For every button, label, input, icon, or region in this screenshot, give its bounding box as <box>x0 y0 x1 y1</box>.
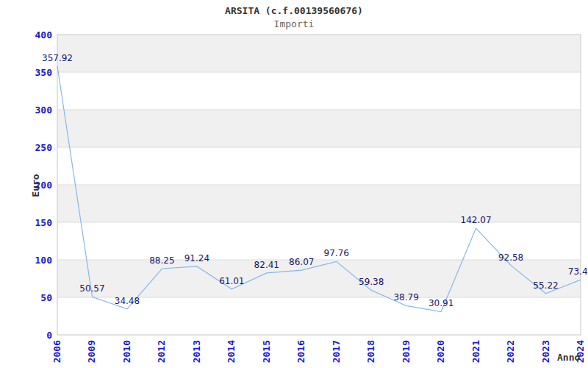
plot-band <box>57 185 581 222</box>
x-tick-label: 2014 <box>226 340 237 363</box>
x-axis-title: Anno <box>557 352 580 363</box>
data-label: 55.22 <box>533 280 558 291</box>
x-tick-label: 2009 <box>86 340 97 363</box>
data-label: 357.92 <box>42 53 73 63</box>
y-tick-label: 0 <box>46 330 52 341</box>
y-tick-label: 250 <box>35 142 53 153</box>
data-label: 59.38 <box>359 277 384 287</box>
data-label: 61.01 <box>219 276 244 286</box>
x-tick-label: 2010 <box>121 340 132 363</box>
data-label: 86.07 <box>289 257 314 267</box>
data-label: 82.41 <box>254 260 279 270</box>
x-tick-label: 2019 <box>401 340 412 363</box>
data-label: 142.07 <box>461 215 492 225</box>
x-tick-label: 2023 <box>540 340 551 363</box>
plot-band <box>57 35 581 72</box>
x-tick-label: 2006 <box>51 340 62 363</box>
plot-band <box>57 72 581 110</box>
plot-band <box>57 147 581 185</box>
data-label: 30.91 <box>429 298 453 308</box>
x-tick-label: 2016 <box>295 340 306 363</box>
data-label: 91.24 <box>184 253 209 263</box>
y-tick-label: 150 <box>35 217 53 228</box>
data-label: 88.25 <box>149 255 174 266</box>
y-tick-label: 300 <box>35 105 53 116</box>
x-tick-label: 2013 <box>191 340 202 363</box>
x-tick-label: 2012 <box>156 340 167 363</box>
x-tick-label: 2021 <box>470 340 481 363</box>
plot-band <box>57 110 581 147</box>
data-label: 38.79 <box>393 292 418 302</box>
x-tick-label: 2018 <box>365 340 376 363</box>
y-tick-label: 50 <box>40 292 52 303</box>
data-label: 73.47 <box>568 266 588 277</box>
data-label: 34.48 <box>115 296 140 306</box>
y-axis-title: Euro <box>30 174 41 197</box>
x-tick-label: 2022 <box>505 340 516 363</box>
x-tick-label: 2015 <box>261 340 272 363</box>
y-tick-label: 400 <box>35 29 53 40</box>
y-tick-label: 100 <box>35 255 53 266</box>
x-tick-label: 2020 <box>435 340 446 363</box>
line-chart: ARSITA (c.f.00139560676) Importi 0501001… <box>0 0 588 368</box>
x-tick-label: 2017 <box>331 340 342 363</box>
y-tick-label: 350 <box>35 67 53 78</box>
data-label: 50.57 <box>79 283 104 294</box>
data-label: 97.76 <box>324 248 349 258</box>
data-label: 92.58 <box>498 252 523 263</box>
chart-plot-area: 0501001502002503003504002006200920102012… <box>0 0 588 368</box>
